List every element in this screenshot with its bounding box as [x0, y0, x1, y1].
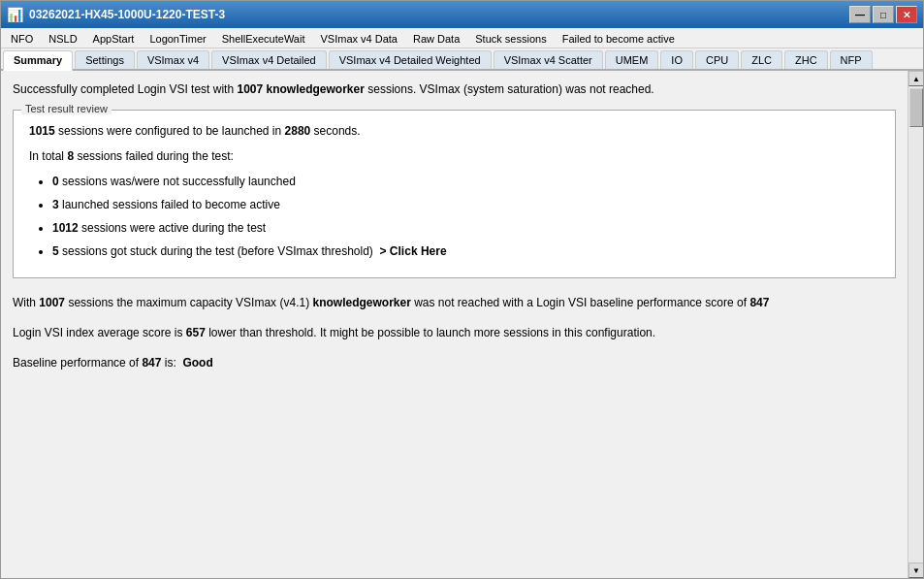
bullet-value-1: 3 — [52, 198, 59, 211]
in-total-prefix: In total — [29, 149, 64, 163]
list-item: 0 sessions was/were not successfully lau… — [52, 173, 879, 190]
failed-count: 8 — [67, 149, 74, 163]
with-line: With 1007 sessions the maximum capacity … — [13, 294, 896, 312]
tab-umem[interactable]: UMEM — [605, 50, 659, 69]
test-result-label: Test result review — [21, 103, 112, 114]
app-icon: 📊 — [7, 7, 23, 22]
tab-cpu[interactable]: CPU — [695, 50, 739, 69]
menu-item-nsld[interactable]: NSLD — [41, 30, 84, 48]
workload-type: knowledgeworker — [267, 82, 365, 96]
content-area: Successfully completed Login VSI test wi… — [1, 71, 923, 578]
tab-bar: SummarySettingsVSImax v4VSImax v4 Detail… — [1, 48, 923, 71]
list-item: 3 launched sessions failed to become act… — [52, 196, 879, 213]
tab-vsimax-v4-detailed-weighted[interactable]: VSImax v4 Detailed Weighted — [329, 50, 492, 69]
seconds-text: seconds. — [314, 124, 361, 138]
index-score: 657 — [186, 326, 206, 339]
index-line: Login VSI index average score is 657 low… — [13, 324, 896, 342]
bullet-value-2: 1012 — [52, 221, 79, 235]
menu-item-shellexecutewait[interactable]: ShellExecuteWait — [214, 30, 313, 48]
bottom-section: With 1007 sessions the maximum capacity … — [13, 294, 896, 373]
window-title: 03262021-HX45-1000U-1220-TEST-3 — [29, 8, 849, 21]
menu-item-appstart[interactable]: AppStart — [85, 30, 143, 48]
tab-zlc[interactable]: ZLC — [741, 50, 782, 69]
baseline-line: Baseline performance of 847 is: Good — [13, 354, 896, 372]
baseline-rating: Good — [182, 356, 212, 370]
seconds-value: 2880 — [285, 124, 311, 138]
window-controls: — □ ✕ — [849, 6, 917, 23]
menu-item-failed-to-become-active[interactable]: Failed to become active — [555, 30, 683, 48]
sessions-configured-line: 1015 sessions were configured to be laun… — [29, 122, 879, 140]
click-here-link[interactable]: > Click Here — [380, 244, 447, 258]
menu-item-raw-data[interactable]: Raw Data — [405, 30, 467, 48]
with-workload: knowledgeworker — [312, 296, 410, 309]
bullet-value-3: 5 — [52, 244, 59, 258]
menu-item-vsimax-v4-data[interactable]: VSImax v4 Data — [313, 30, 405, 48]
bullet-text-2: sessions were active during the test — [81, 221, 266, 235]
tab-vsimax-v4-scatter[interactable]: VSImax v4 Scatter — [494, 50, 603, 69]
tab-vsimax-v4-detailed[interactable]: VSImax v4 Detailed — [211, 50, 327, 69]
with-sessions: 1007 — [39, 296, 65, 309]
sessions-configured-text1: sessions were configured to be launched … — [58, 124, 281, 138]
scrollbar-track — [908, 86, 923, 563]
main-content: Successfully completed Login VSI test wi… — [1, 71, 908, 578]
scrollbar-thumb[interactable] — [909, 88, 923, 127]
close-button[interactable]: ✕ — [896, 6, 917, 23]
tab-io[interactable]: IO — [660, 50, 693, 69]
tab-zhc[interactable]: ZHC — [784, 50, 828, 69]
tab-vsimax-v4[interactable]: VSImax v4 — [137, 50, 209, 69]
baseline-value: 847 — [142, 356, 161, 370]
status-line: Successfully completed Login VSI test wi… — [13, 80, 896, 98]
menu-item-nfo[interactable]: NFO — [3, 30, 41, 48]
minimize-button[interactable]: — — [849, 6, 871, 23]
list-item: 1012 sessions were active during the tes… — [52, 219, 879, 237]
sessions-configured-count: 1015 — [29, 124, 55, 138]
bullet-text-1: launched sessions failed to become activ… — [62, 198, 280, 211]
main-window: 📊 03262021-HX45-1000U-1220-TEST-3 — □ ✕ … — [0, 0, 924, 579]
status-suffix: sessions. VSImax (system saturation) was… — [367, 82, 653, 96]
tab-summary[interactable]: Summary — [3, 50, 73, 71]
bullet-value-0: 0 — [52, 175, 59, 188]
with-score: 847 — [749, 296, 769, 309]
tab-nfp[interactable]: NFP — [830, 50, 873, 69]
status-prefix: Successfully completed Login VSI test wi… — [13, 82, 237, 96]
scrollbar: ▲ ▼ — [908, 71, 923, 578]
test-result-box: Test result review 1015 sessions were co… — [13, 110, 896, 278]
menu-bar: NFONSLDAppStartLogonTimerShellExecuteWai… — [1, 28, 923, 48]
scroll-up-button[interactable]: ▲ — [908, 71, 923, 86]
title-bar: 📊 03262021-HX45-1000U-1220-TEST-3 — □ ✕ — [1, 1, 923, 28]
bullet-list: 0 sessions was/were not successfully lau… — [29, 173, 879, 260]
menu-item-logontimer[interactable]: LogonTimer — [142, 30, 213, 48]
bullet-text-3: sessions got stuck during the test (befo… — [62, 244, 380, 258]
tab-settings[interactable]: Settings — [75, 50, 135, 69]
scroll-down-button[interactable]: ▼ — [908, 563, 923, 578]
menu-item-stuck-sessions[interactable]: Stuck sessions — [467, 30, 554, 48]
session-count: 1007 — [237, 82, 263, 96]
in-total-line: In total 8 sessions failed during the te… — [29, 147, 879, 165]
list-item: 5 sessions got stuck during the test (be… — [52, 242, 879, 260]
maximize-button[interactable]: □ — [873, 6, 894, 23]
in-total-suffix: sessions failed during the test: — [77, 149, 233, 163]
bullet-text-0: sessions was/were not successfully launc… — [62, 175, 296, 188]
